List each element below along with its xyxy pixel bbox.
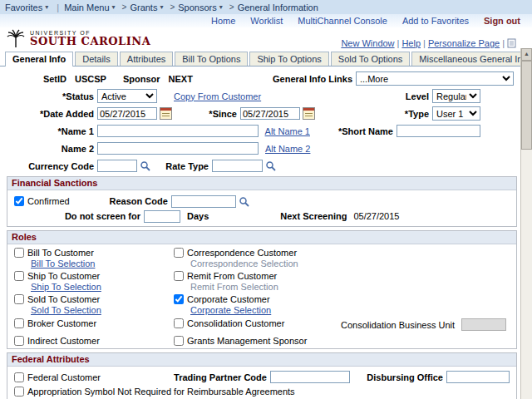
tab-general-info[interactable]: General Info [5,52,73,66]
corporate-selection-link[interactable]: Corporate Selection [190,305,271,315]
bill-to-customer-label: Bill To Customer [27,248,94,258]
alt-name2-link[interactable]: Alt Name 2 [265,144,310,154]
alt-name1-link[interactable]: Alt Name 1 [265,126,310,136]
sign-out-link[interactable]: Sign out [484,16,520,26]
disbursing-office-input[interactable] [446,371,510,383]
personalize-page-link[interactable]: Personalize Page [428,38,500,48]
calendar-icon[interactable] [303,107,315,120]
lookup-icon[interactable] [239,196,249,207]
status-select[interactable]: Active [97,89,157,103]
correspondence-customer-checkbox[interactable] [174,248,184,258]
favorites-label: Favorites [5,2,42,12]
disbursing-office-label: Disbursing Office [350,372,443,382]
indirect-customer-checkbox[interactable] [14,336,24,346]
dates-row: *Date Added *Since *Type User 1 [7,106,517,121]
date-added-input[interactable] [97,107,157,120]
name1-input[interactable] [97,125,259,137]
ship-to-customer-label: Ship To Customer [27,271,100,281]
appropriation-symbol-label: Appropriation Symbol Not Required for Re… [27,387,295,397]
sold-to-customer-label: Sold To Customer [27,294,100,304]
correspondence-customer-label: Correspondence Customer [187,248,297,258]
type-select[interactable]: User 1 [432,106,480,121]
grants-management-sponsor-label: Grants Management Sponsor [187,336,307,346]
general-info-links-select[interactable]: ...More [356,71,514,86]
federal-row-1: Federal Customer Trading Partner Code Di… [14,370,510,384]
general-info-links-label: General Info Links [261,74,352,84]
type-label: *Type [346,109,429,119]
tab-bill-to-options[interactable]: Bill To Options [175,52,248,66]
do-not-screen-label: Do not screen for [14,211,140,221]
level-select[interactable]: Regular [432,89,480,103]
lookup-icon[interactable] [140,160,150,171]
rate-type-input[interactable] [212,160,263,172]
calendar-icon[interactable] [160,107,172,120]
tab-ship-to-options[interactable]: Ship To Options [249,52,328,66]
breadcrumb-sep: > [122,2,127,12]
favorites-menu[interactable]: Favorites ▾ [5,2,48,12]
main-menu[interactable]: Main Menu ▾ [64,2,115,12]
tab-attributes[interactable]: Attributes [120,52,173,66]
trading-partner-code-input[interactable] [270,371,350,383]
ship-to-customer-checkbox[interactable] [14,271,24,281]
trading-partner-code-label: Trading Partner Code [101,372,267,382]
appropriation-symbol-checkbox[interactable] [14,387,24,397]
remit-from-customer-checkbox[interactable] [174,271,184,281]
tab-misc-general-info[interactable]: Miscellaneous General Info [411,52,532,66]
setid-label: SetID [7,74,66,84]
notepad-icon[interactable] [507,38,516,48]
short-name-label: *Short Name [310,126,393,136]
since-input[interactable] [240,107,300,120]
currency-row: Currency Code Rate Type [7,159,517,173]
broker-customer-checkbox[interactable] [14,318,24,328]
tab-sold-to-options[interactable]: Sold To Options [331,52,410,66]
caret-down-icon: ▾ [160,3,163,11]
currency-code-input[interactable] [97,160,137,172]
short-name-input[interactable] [397,125,480,137]
worklist-link[interactable]: Worklist [250,16,283,26]
days-label: Days [187,211,209,221]
add-to-favorites-link[interactable]: Add to Favorites [402,16,469,26]
tab-bar: General Info Details Attributes Bill To … [0,49,532,66]
reason-code-input[interactable] [171,195,236,208]
consolidation-customer-checkbox[interactable] [174,318,184,328]
grants-management-sponsor-checkbox[interactable] [174,336,184,346]
federal-customer-checkbox[interactable] [14,372,24,382]
sold-to-customer-checkbox[interactable] [14,294,24,304]
sponsor-value: NEXT [169,74,193,84]
menu-grants[interactable]: Grants ▾ [130,2,163,12]
since-label: *Since [172,109,237,119]
name2-label: Name 2 [7,144,94,154]
correspondence-selection-label: Correspondence Selection [190,259,298,268]
vertical-scrollbar[interactable]: ▲ [520,48,532,399]
rate-type-label: Rate Type [150,161,209,171]
corporate-customer-label: Corporate Customer [187,294,270,304]
key-row: SetID USCSP Sponsor NEXT General Info Li… [7,71,517,86]
menu-sponsors[interactable]: Sponsors ▾ [178,2,223,12]
palmetto-tree-icon [5,28,27,48]
corporate-customer-checkbox[interactable] [174,294,184,304]
home-link[interactable]: Home [211,16,235,26]
tab-details[interactable]: Details [75,52,118,66]
scrollbar-thumb[interactable] [521,61,532,150]
status-label: *Status [7,91,94,101]
page-content: SetID USCSP Sponsor NEXT General Info Li… [0,66,532,399]
new-window-link[interactable]: New Window [341,38,394,48]
bill-to-selection-link[interactable]: Bill To Selection [31,259,174,268]
scroll-up-button[interactable]: ▲ [521,48,532,61]
pipe-sep: | [502,38,505,48]
confirmed-checkbox[interactable] [14,196,24,206]
next-screening-value: 05/27/2015 [353,211,399,221]
ship-to-selection-link[interactable]: Ship To Selection [31,282,174,292]
multichannel-console-link[interactable]: MultiChannel Console [298,16,387,26]
roles-row-2: Ship To Customer Ship To Selection Remit… [14,271,510,292]
help-link[interactable]: Help [401,38,421,48]
copy-from-customer-link[interactable]: Copy From Customer [174,91,261,101]
financial-sanctions-section: Financial Sanctions Confirmed Reason Cod… [7,176,517,227]
breadcrumb: Favorites ▾ | Main Menu ▾ > Grants ▾ > S… [0,0,532,14]
sold-to-selection-link[interactable]: Sold To Selection [31,305,174,315]
do-not-screen-input[interactable] [144,210,180,223]
currency-code-label: Currency Code [7,161,94,171]
lookup-icon[interactable] [265,160,276,171]
bill-to-customer-checkbox[interactable] [14,248,24,258]
name2-input[interactable] [97,142,259,155]
